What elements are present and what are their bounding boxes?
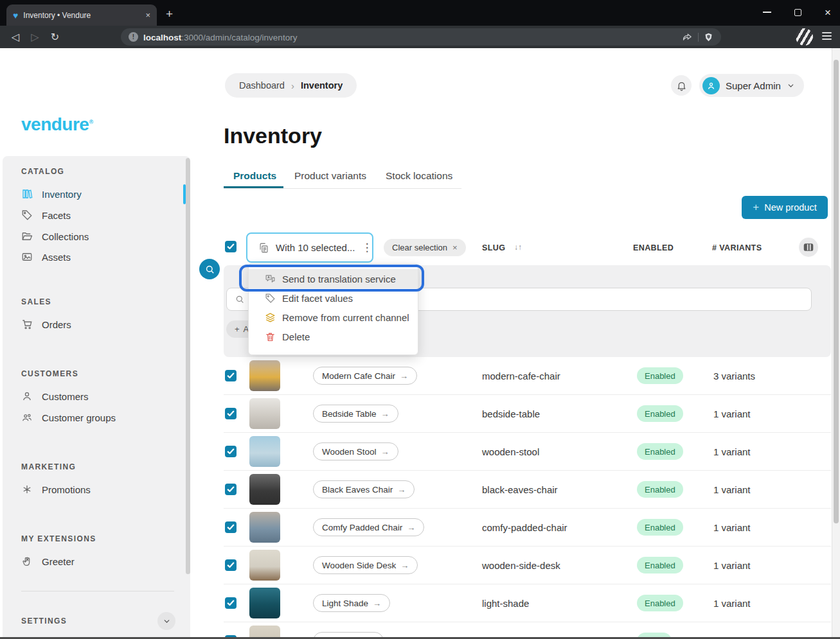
column-header-slug[interactable]: SLUG [482,243,505,252]
menu-item-edit-facet-values[interactable]: Edit facet values [249,288,418,308]
menu-item-remove-from-channel[interactable]: Remove from current channel [249,308,418,327]
sort-icon[interactable]: ↓↑ [514,243,522,252]
table-row[interactable]: Modern Cafe Chair → modern-cafe-chair En… [224,357,831,395]
product-rows: Modern Cafe Chair → modern-cafe-chair En… [224,357,831,639]
arrow-right-icon: → [373,599,381,608]
user-menu[interactable]: Super Admin [699,74,804,97]
sidebar-item-inventory[interactable]: Inventory [15,184,176,204]
row-checkbox[interactable] [225,370,237,381]
maximize-button[interactable] [794,9,801,16]
browser-menu-icon[interactable] [822,32,832,40]
tab-product-variants[interactable]: Product variants [294,170,366,182]
new-tab-button[interactable]: + [166,7,173,21]
active-tab-underline [224,186,283,188]
with-selected-label: With 10 selected... [276,242,355,253]
sidebar-item-customers[interactable]: Customers [15,387,176,406]
column-picker-button[interactable] [799,238,818,257]
row-checkbox[interactable] [225,559,237,571]
tab-stock-locations[interactable]: Stock locations [386,170,452,182]
product-slug: bedside-table [482,408,540,419]
row-checkbox[interactable] [225,521,237,533]
row-checkbox[interactable] [225,484,237,495]
variant-count: 1 variant [713,446,751,457]
search-toggle-button[interactable] [199,259,220,279]
brave-shield-icon[interactable] [704,32,713,42]
product-name-link[interactable]: Light Shade → [313,594,390,612]
menu-item-send-to-translation[interactable]: Send to translation service [249,269,418,288]
sidebar-item-promotions[interactable]: Promotions [15,480,176,499]
table-row[interactable]: Light Shade → light-shade Enabled 1 vari… [224,584,831,622]
product-slug: black-eaves-chair [482,484,558,495]
sidebar-item-collections[interactable]: Collections [15,227,176,246]
sidebar-item-label: Inventory [42,189,82,200]
back-button[interactable]: ◁ [12,31,19,43]
cart-icon [21,319,33,330]
product-name-link[interactable]: Bedside Table → [313,405,398,423]
menu-item-delete[interactable]: Delete [249,327,418,346]
forward-button[interactable]: ▷ [31,31,39,43]
user-name: Super Admin [726,80,781,91]
sidebar-item-label: Customer groups [42,412,116,423]
sidebar-item-label: Assets [42,252,71,263]
breadcrumb-dashboard[interactable]: Dashboard [239,80,285,91]
browser-profile-avatar[interactable] [796,28,813,46]
with-selected-button[interactable]: With 10 selected... ⋮ [246,232,373,263]
product-name-link[interactable]: Wooden Side Desk → [313,556,418,574]
product-slug: wooden-side-desk [482,560,560,571]
product-name-link[interactable]: Comfy Padded Chair → [313,518,424,536]
variant-count: 1 variant [713,522,751,533]
sidebar-item-greeter[interactable]: Greeter [15,552,176,571]
product-thumbnail [249,588,280,618]
url-bar[interactable]: ! localhost:3000/admin/catalog/inventory [121,28,721,46]
arrow-right-icon: → [397,485,406,495]
column-header-variants: # VARIANTS [712,243,762,252]
sidebar-item-assets[interactable]: Assets [15,247,176,267]
product-name-link[interactable]: Black Eaves Chair → [313,480,415,498]
chevron-down-icon[interactable] [157,612,175,630]
status-badge: Enabled [637,557,683,573]
reload-button[interactable]: ↻ [51,31,59,43]
notifications-button[interactable] [671,75,692,96]
site-info-icon[interactable]: ! [129,32,138,42]
sidebar-item-orders[interactable]: Orders [15,315,176,334]
kebab-menu-icon[interactable]: ⋮ [361,241,372,254]
plus-icon: + [753,201,759,214]
minimize-button[interactable] [763,12,771,13]
tab-close-icon[interactable]: × [145,10,150,20]
tab-products[interactable]: Products [233,170,276,182]
row-checkbox[interactable] [225,446,237,457]
sidebar-item-label: Greeter [42,556,75,567]
main-scrollbar-thumb[interactable] [834,60,839,523]
table-row[interactable]: Wooden Side Desk → wooden-side-desk Enab… [224,547,831,584]
table-row[interactable]: Bedside Table → bedside-table Enabled 1 … [224,395,831,433]
select-all-checkbox[interactable] [225,241,237,252]
product-name-link[interactable]: Wooden Stool → [313,442,398,460]
trash-icon [265,331,276,342]
sidebar-scrollbar[interactable] [186,158,190,574]
product-slug: modern-cafe-chair [482,371,560,381]
row-checkbox[interactable] [225,597,237,609]
page-title: Inventory [224,123,322,148]
clear-selection-button[interactable]: Clear selection × [384,239,466,256]
arrow-right-icon: → [400,371,408,381]
window-close-button[interactable]: × [825,7,831,18]
sidebar-item-customer-groups[interactable]: Customer groups [15,408,176,427]
table-row[interactable]: Black Eaves Chair → black-eaves-chair En… [224,471,831,509]
table-row[interactable]: Wooden Stool → wooden-stool Enabled 1 va… [224,433,831,471]
section-label-settings: SETTINGS [21,617,67,626]
product-name-link[interactable]: Modern Cafe Chair → [313,367,417,385]
columns-icon [803,243,814,252]
close-icon[interactable]: × [452,243,458,252]
browser-tab[interactable]: ♥ Inventory • Vendure × [6,4,157,26]
table-row[interactable]: Comfy Padded Chair → comfy-padded-chair … [224,509,831,547]
arrow-right-icon: → [400,561,409,570]
arrow-right-icon: → [381,409,389,419]
row-checkbox[interactable] [225,408,237,419]
plus-icon: + [235,324,240,334]
sidebar-item-facets[interactable]: Facets [15,206,176,225]
new-product-button[interactable]: + New product [742,196,828,219]
sidebar-nav-panel: CATALOG Inventory Facets Collections [3,156,190,639]
sidebar-section-settings[interactable]: SETTINGS [21,612,175,630]
search-icon [204,264,215,275]
share-icon[interactable] [682,31,693,42]
